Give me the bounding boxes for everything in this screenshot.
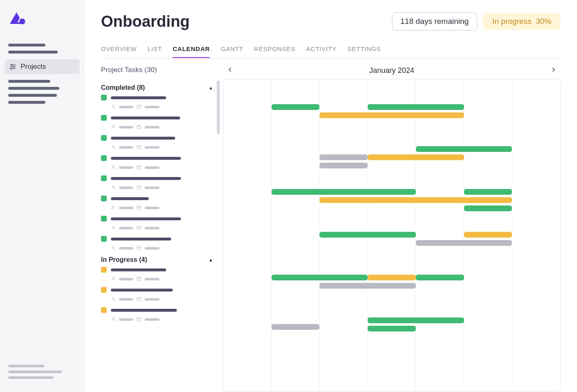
- sidebar-item[interactable]: [8, 80, 50, 83]
- tab-gantt[interactable]: GANTT: [220, 45, 243, 58]
- svg-rect-33: [137, 206, 141, 210]
- user-icon: [111, 164, 116, 171]
- task-row[interactable]: [101, 175, 213, 191]
- task-row[interactable]: [101, 196, 213, 212]
- svg-rect-23: [137, 166, 141, 169]
- sidebar-footer-item[interactable]: [8, 365, 45, 367]
- calendar-bar[interactable]: [319, 283, 415, 289]
- sidebar-item[interactable]: [8, 51, 58, 54]
- svg-point-42: [113, 246, 114, 248]
- task-title-placeholder: [111, 157, 181, 160]
- assignee-placeholder: [119, 146, 133, 149]
- calendar-bar[interactable]: [368, 275, 416, 280]
- sidebar-item-projects[interactable]: Projects: [5, 59, 80, 74]
- calendar-bar[interactable]: [272, 275, 368, 280]
- caret-up-icon: ▲: [209, 85, 213, 90]
- task-group-header[interactable]: In Progress (4)▲: [101, 256, 213, 264]
- assignee-placeholder: [119, 227, 133, 229]
- task-group-header[interactable]: Completed (8)▲: [101, 84, 213, 91]
- calendar-bar[interactable]: [416, 146, 512, 152]
- user-icon: [111, 224, 116, 232]
- tab-list[interactable]: LIST: [148, 45, 162, 58]
- tab-calendar[interactable]: CALENDAR: [173, 45, 210, 58]
- calendar-icon: [136, 164, 141, 171]
- calendar-bar[interactable]: [464, 205, 512, 211]
- prev-month-button[interactable]: [226, 66, 234, 75]
- task-row[interactable]: [101, 135, 213, 151]
- task-row[interactable]: [101, 95, 213, 111]
- svg-point-32: [113, 206, 114, 208]
- tab-overview[interactable]: OVERVIEW: [101, 45, 137, 58]
- svg-rect-18: [137, 146, 141, 149]
- calendar-bar[interactable]: [272, 104, 320, 110]
- calendar-bar[interactable]: [319, 112, 464, 118]
- svg-point-2: [11, 64, 12, 65]
- svg-point-0: [19, 19, 25, 24]
- task-title-placeholder: [111, 197, 149, 200]
- calendar-bar[interactable]: [319, 163, 368, 168]
- svg-rect-13: [137, 126, 141, 129]
- tab-settings[interactable]: SETTINGS: [347, 45, 381, 58]
- date-placeholder: [145, 106, 159, 108]
- calendar-bar[interactable]: [272, 189, 416, 195]
- sidebar-item[interactable]: [8, 94, 57, 97]
- task-title-placeholder: [111, 268, 166, 271]
- calendar-icon: [136, 144, 141, 151]
- sliders-icon: [9, 63, 16, 70]
- scrollbar[interactable]: [217, 81, 220, 134]
- calendar-bar[interactable]: [464, 189, 512, 195]
- user-icon: [111, 103, 116, 111]
- task-row[interactable]: [101, 307, 213, 323]
- calendar-bar[interactable]: [272, 324, 320, 330]
- sidebar-item[interactable]: [8, 101, 45, 104]
- sidebar-item[interactable]: [8, 44, 45, 47]
- date-placeholder: [145, 126, 159, 128]
- task-row[interactable]: [101, 267, 213, 283]
- sidebar-footer-item[interactable]: [8, 376, 54, 379]
- assignee-placeholder: [119, 318, 133, 321]
- svg-rect-28: [137, 186, 141, 189]
- task-title-placeholder: [111, 117, 180, 119]
- calendar-bar[interactable]: [368, 154, 464, 160]
- status-chip: [101, 307, 107, 313]
- calendar-bar[interactable]: [416, 240, 512, 246]
- svg-point-22: [113, 166, 114, 167]
- calendar-bar[interactable]: [368, 104, 464, 110]
- calendar-bar[interactable]: [416, 275, 464, 280]
- calendar-bar[interactable]: [319, 232, 415, 238]
- calendar-icon: [136, 124, 141, 131]
- calendar-grid[interactable]: [223, 79, 561, 392]
- svg-point-4: [14, 66, 15, 68]
- calendar-bar[interactable]: [368, 317, 464, 323]
- task-row[interactable]: [101, 236, 213, 252]
- svg-rect-53: [137, 298, 141, 301]
- calendar-bar[interactable]: [368, 326, 416, 331]
- page-title: Onboarding: [101, 13, 190, 30]
- svg-rect-8: [137, 105, 141, 109]
- sidebar-item[interactable]: [8, 87, 59, 90]
- svg-point-47: [113, 277, 114, 279]
- user-icon: [111, 316, 116, 323]
- calendar-bar[interactable]: [319, 197, 512, 203]
- app-logo: [8, 10, 76, 28]
- user-icon: [111, 204, 116, 212]
- tab-activity[interactable]: ACTIVITY: [306, 45, 337, 58]
- calendar-bar[interactable]: [464, 232, 512, 238]
- task-title-placeholder: [111, 96, 166, 99]
- sidebar-footer-item[interactable]: [8, 371, 62, 373]
- calendar-month-label: January 2024: [369, 66, 414, 75]
- task-row[interactable]: [101, 216, 213, 232]
- user-icon: [111, 124, 116, 131]
- task-row[interactable]: [101, 115, 213, 131]
- calendar-bar[interactable]: [319, 154, 368, 160]
- assignee-placeholder: [119, 278, 133, 280]
- calendar-icon: [136, 245, 141, 252]
- task-row[interactable]: [101, 287, 213, 303]
- date-placeholder: [145, 298, 159, 301]
- tab-responses[interactable]: RESPONSES: [254, 45, 296, 58]
- main-content: Onboarding 118 days remaining In progres…: [84, 0, 577, 392]
- status-chip: [101, 135, 107, 141]
- date-placeholder: [145, 207, 159, 209]
- next-month-button[interactable]: [550, 66, 557, 75]
- task-row[interactable]: [101, 155, 213, 171]
